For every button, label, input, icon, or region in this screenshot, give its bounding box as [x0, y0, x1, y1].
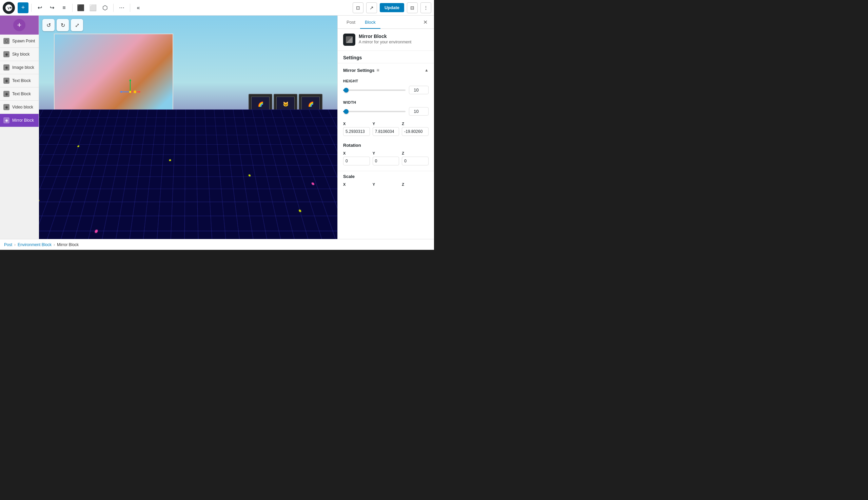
scale-z-label-field: Z	[402, 182, 429, 188]
position-y-field: Y	[373, 122, 399, 136]
scale-y-label: Y	[373, 182, 399, 186]
undo-button[interactable]: ↩	[34, 2, 45, 13]
tab-block[interactable]: Block	[360, 15, 381, 29]
width-slider-container	[343, 107, 429, 116]
scale-labels-row: X Y Z	[338, 180, 434, 192]
list-view-button[interactable]: ≡	[59, 2, 69, 13]
3d-mode-button[interactable]: ⬡	[100, 2, 111, 13]
scale-x-label: X	[343, 182, 370, 186]
width-label: WIDTH	[343, 100, 429, 104]
position-z-field: Z	[402, 122, 429, 136]
canvas-reset-button[interactable]: ↻	[57, 19, 69, 31]
divider-4	[130, 4, 130, 12]
rotation-y-input[interactable]	[373, 157, 399, 166]
text-block-1-icon: ◈	[3, 78, 10, 84]
sidebar-item-video-block[interactable]: ◈ Video block	[0, 101, 39, 114]
width-slider-track[interactable]	[343, 111, 406, 112]
rotation-x-input[interactable]	[343, 157, 370, 166]
mirror-block-icon: ◈	[3, 117, 10, 123]
tab-post[interactable]: Post	[342, 15, 360, 29]
svg-point-6	[129, 91, 131, 93]
position-z-input[interactable]	[402, 127, 429, 136]
breadcrumb-post[interactable]: Post	[4, 242, 12, 247]
wp-logo[interactable]	[3, 2, 15, 14]
height-slider-track[interactable]	[343, 90, 406, 91]
video-block-icon: ◈	[3, 104, 10, 110]
collapse-button[interactable]: «	[133, 2, 144, 13]
position-row: X Y Z	[338, 120, 434, 140]
canvas-rotate-button[interactable]: ↺	[42, 19, 55, 31]
transform-gizmo	[117, 78, 144, 99]
main-layout: + ⬡ Spawn Point ◈ Sky block ◈ Image bloc…	[0, 15, 434, 239]
pos-y-label: Y	[373, 122, 399, 126]
settings-panel-button[interactable]: ⊟	[407, 2, 418, 13]
position-x-input[interactable]	[343, 127, 370, 136]
height-slider-thumb[interactable]	[344, 88, 349, 92]
sidebar-item-mirror-block[interactable]: ◈ Mirror Block	[0, 114, 39, 127]
block-type-icon	[343, 34, 355, 46]
external-link-button[interactable]: ↗	[366, 2, 377, 13]
canvas-toolbar: ↺ ↻ ⤢	[42, 19, 83, 31]
width-input[interactable]	[409, 107, 429, 116]
text-block-2-icon: ◈	[3, 91, 10, 97]
sidebar-item-image-block[interactable]: ◈ Image block	[0, 61, 39, 74]
sidebar-item-spawn-point[interactable]: ⬡ Spawn Point	[0, 35, 39, 48]
sidebar-add-button[interactable]: +	[0, 15, 39, 35]
redo-button[interactable]: ↪	[46, 2, 57, 13]
divider-3	[113, 4, 114, 12]
toolbar-right: ⊡ ↗ Update ⊟ ⋮	[353, 2, 431, 13]
mirror-settings-section: Mirror Settings ≡ ▲ HEIGHT WIDTH	[338, 63, 434, 192]
width-field: WIDTH	[338, 98, 434, 120]
right-panel: Post Block ✕ Mirror Block A mirror for y…	[337, 15, 434, 239]
sidebar-item-label: Mirror Block	[12, 118, 34, 123]
sky-block-icon: ◈	[3, 51, 10, 57]
preview-button[interactable]: ⊡	[353, 2, 363, 13]
spawn-point-icon: ⬡	[3, 38, 10, 44]
options-button[interactable]: ⋮	[420, 2, 431, 13]
floor-surface	[39, 110, 337, 239]
add-block-button[interactable]: +	[18, 2, 29, 13]
canvas-area[interactable]: ↺ ↻ ⤢	[39, 15, 337, 239]
mirror-settings-title: Mirror Settings ≡	[343, 67, 380, 73]
sidebar-item-label: Spawn Point	[12, 39, 35, 43]
rot-z-label: Z	[402, 151, 429, 155]
position-y-input[interactable]	[373, 127, 399, 136]
rotation-x-field: X	[343, 151, 370, 166]
rotation-row: X Y Z	[338, 149, 434, 170]
divider-1	[31, 4, 32, 12]
panel-close-button[interactable]: ✕	[420, 17, 430, 27]
sidebar-item-label: Video block	[12, 105, 33, 110]
canvas-expand-button[interactable]: ⤢	[71, 19, 83, 31]
3d-wireframe-button[interactable]: ⬜	[88, 2, 98, 13]
breadcrumb-environment[interactable]: Environment Block	[18, 242, 52, 247]
rot-y-label: Y	[373, 151, 399, 155]
sidebar-item-text-block-2[interactable]: ◈ Text Block	[0, 88, 39, 101]
mirror-settings-label: Mirror Settings	[343, 68, 374, 73]
rotation-z-input[interactable]	[402, 157, 429, 166]
width-slider-thumb[interactable]	[344, 109, 349, 114]
mirror-settings-toggle[interactable]: Mirror Settings ≡ ▲	[338, 64, 434, 77]
svg-marker-5	[120, 91, 122, 93]
scale-header: Scale	[338, 171, 434, 180]
height-field: HEIGHT	[338, 77, 434, 98]
height-input[interactable]	[409, 86, 429, 94]
mirror-icon-graphic	[346, 36, 353, 43]
update-button[interactable]: Update	[380, 3, 404, 12]
scene-3d: 🌈 🐱 🌈 🐱 🌈 🐱	[39, 15, 337, 239]
block-info: Mirror Block A mirror for your environme…	[359, 34, 411, 44]
sidebar-item-sky-block[interactable]: ◈ Sky block	[0, 48, 39, 61]
block-description: A mirror for your environment	[359, 39, 411, 44]
sidebar-item-text-block-1[interactable]: ◈ Text Block	[0, 74, 39, 88]
3d-view-button[interactable]: ⬛	[75, 2, 86, 13]
pos-x-label: X	[343, 122, 370, 126]
rotation-y-field: Y	[373, 151, 399, 166]
settings-icon: ≡	[376, 67, 379, 73]
floor-dots	[39, 110, 337, 239]
chevron-up-icon: ▲	[425, 68, 429, 72]
block-header: Mirror Block A mirror for your environme…	[338, 29, 434, 51]
top-toolbar: + ↩ ↪ ≡ ⬛ ⬜ ⬡ ⋯ « ⊡ ↗ Update ⊟ ⋮	[0, 0, 434, 15]
more-options-button[interactable]: ⋯	[116, 2, 127, 13]
settings-header: Settings	[338, 51, 434, 63]
plus-icon: +	[13, 19, 25, 31]
breadcrumb-sep-1: ›	[14, 242, 15, 247]
